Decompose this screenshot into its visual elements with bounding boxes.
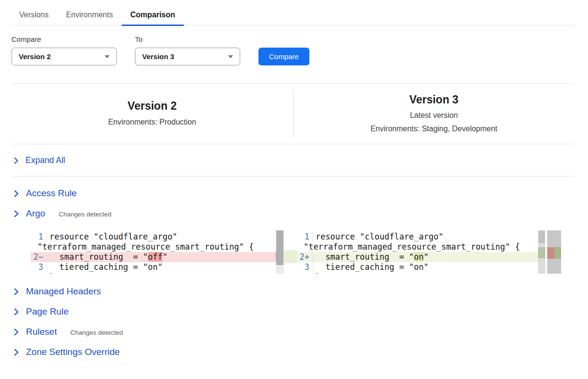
code-text: smart_routing = " [316,252,414,262]
diff-overview-ruler[interactable] [547,230,561,274]
diff-connector [284,230,297,274]
chevron-right-icon [13,288,19,296]
version-right-panel: Version 3 Latest version Environments: S… [294,90,575,137]
version-left-environments: Environments: Production [12,115,293,129]
code-line: resource "cloudflare_argo" [313,232,538,242]
line-number [31,272,43,274]
diff-left-code: 1 resource "cloudflare_argo" "terraform_… [31,230,276,274]
code-text: " [424,252,429,262]
section-zone-settings-override[interactable]: Zone Settings Override [12,342,575,362]
line-number: 2+ [297,252,309,262]
code-line: tiered_caching = "on" [47,262,276,272]
version-left-title: Version 2 [12,100,293,113]
removed-line: 2− smart_routing = "off" [31,252,276,262]
caret-down-icon [228,55,233,58]
tab-environments[interactable]: Environments [57,7,122,25]
diff-connector-band [284,250,297,263]
code-line: tiered_caching = "on" [313,262,538,272]
tab-comparison[interactable]: Comparison [122,7,184,25]
compare-from-value: Version 2 [19,52,51,61]
chevron-right-icon [13,328,19,336]
line-number: 1 [297,232,309,242]
compare-to-select[interactable]: Version 3 [135,48,240,65]
section-label: Page Rule [26,306,69,317]
code-line: } [313,272,538,274]
chevron-right-icon [13,210,19,218]
section-ruleset[interactable]: Ruleset Changes detected [12,322,575,342]
left-scrollbar[interactable] [276,230,284,274]
section-page-rule[interactable]: Page Rule [12,302,575,322]
code-line: smart_routing = "off" [47,252,276,262]
compare-to-value: Version 3 [142,52,174,61]
to-label: To [135,35,240,43]
changes-badge: Changes detected [70,328,123,336]
scrollbar-thumb[interactable] [276,230,283,265]
code-line: } [47,272,276,274]
tab-bar: Versions Environments Comparison [11,0,575,25]
diff-right-pane: 1 resource "cloudflare_argo" "terraform_… [297,230,545,274]
compare-from-select[interactable]: Version 2 [12,48,117,65]
version-right-subtitle: Latest version [294,109,575,122]
argo-diff-view: 1 resource "cloudflare_argo" "terraform_… [31,230,561,274]
diff-left-pane: 1 resource "cloudflare_argo" "terraform_… [31,230,284,274]
section-access-rule[interactable]: Access Rule [12,183,575,203]
chevron-right-icon [13,157,19,164]
compare-button[interactable]: Compare [258,48,309,65]
section-argo[interactable]: Argo Changes detected [12,203,575,224]
added-text: on [414,252,424,262]
section-label: Ruleset [26,327,57,337]
added-marker [538,247,545,258]
line-number: 2− [31,252,43,262]
compare-label: Compare [12,35,117,43]
added-marker [554,247,561,259]
section-label: Argo [26,208,45,219]
diff-change-marker [547,247,561,259]
version-right-title: Version 3 [294,93,575,107]
added-line: 2+ smart_routing = "on" [297,252,538,262]
divider [12,176,575,177]
line-number: 1 [31,232,43,242]
expand-all-label: Expand All [25,155,65,165]
section-label: Managed Headers [26,286,101,297]
section-managed-headers[interactable]: Managed Headers [12,281,575,302]
line-number [297,272,309,274]
scrollbar-thumb[interactable] [539,230,545,243]
version-right-environments: Environments: Staging, Development [294,122,575,136]
code-line-wrap: "terraform_managed_resource_smart_routin… [37,242,276,252]
removed-marker [547,247,554,259]
code-line: resource "cloudflare_argo" [47,232,276,242]
caret-down-icon [105,55,110,58]
chevron-right-icon [13,308,19,316]
changes-badge: Changes detected [59,209,111,218]
diff-right-code: 1 resource "cloudflare_argo" "terraform_… [297,230,538,274]
section-label: Access Rule [26,188,77,199]
chevron-right-icon [13,348,19,356]
removed-text: off [148,252,163,262]
chevron-right-icon [13,190,19,198]
tab-versions[interactable]: Versions [11,7,57,25]
code-line-wrap: "terraform_managed_resource_smart_routin… [304,242,538,252]
section-label: Zone Settings Override [26,347,120,357]
line-number: 3 [31,262,43,272]
version-headers: Version 2 Environments: Production Versi… [0,84,588,144]
compare-to-field: To Version 3 [135,35,240,65]
code-text: " [162,252,167,262]
line-number: 3 [297,262,309,272]
compare-from-field: Compare Version 2 [12,35,117,65]
code-line: smart_routing = "on" [313,252,538,262]
compare-form: Compare Version 2 To Version 3 Compare [12,35,575,65]
right-scrollbar[interactable] [538,230,545,274]
section-list: Access Rule Argo Changes detected 1 reso… [12,183,575,362]
code-text: smart_routing = " [49,252,148,262]
expand-all-button[interactable]: Expand All [12,144,575,176]
version-left-panel: Version 2 Environments: Production [12,90,293,137]
